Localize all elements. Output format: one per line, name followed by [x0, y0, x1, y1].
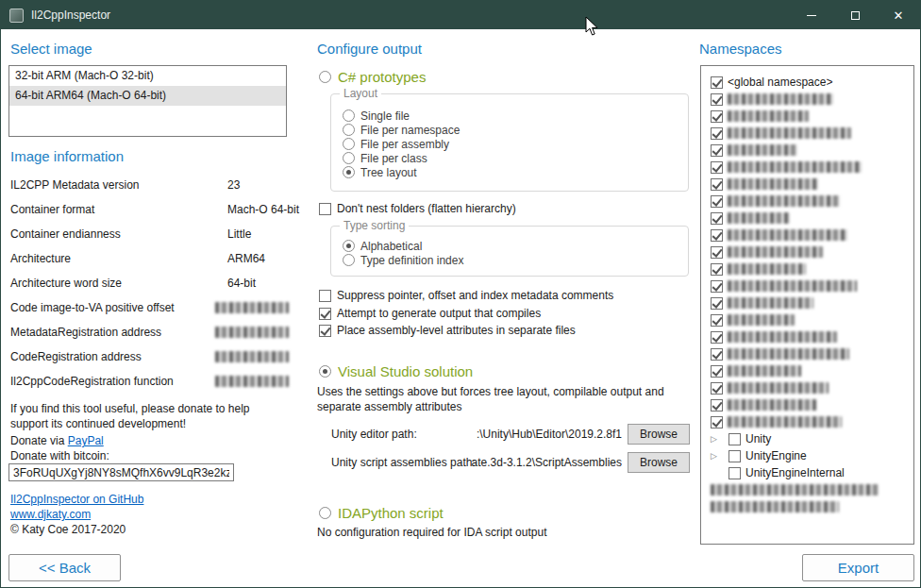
- namespace-item-redacted[interactable]: [701, 498, 913, 515]
- radio-option[interactable]: Tree layout: [343, 165, 460, 179]
- radio-option[interactable]: File per class: [343, 151, 460, 165]
- namespace-item-redacted[interactable]: [701, 362, 913, 379]
- namespace-checkbox[interactable]: [711, 416, 723, 428]
- type-sorting-options: AlphabeticalType definition index: [343, 239, 463, 267]
- namespace-item[interactable]: ▷UnityEngine: [701, 447, 913, 464]
- image-list-item[interactable]: 64-bit ARM64 (Mach-O 64-bit): [9, 86, 286, 106]
- info-row: Code image-to-VA positive offset: [10, 299, 288, 324]
- namespace-checkbox[interactable]: [711, 161, 723, 174]
- radio-option[interactable]: Type definition index: [343, 253, 463, 267]
- compile-checkbox[interactable]: Attempt to generate output that compiles: [319, 307, 541, 320]
- namespace-item-redacted[interactable]: [701, 413, 913, 430]
- radio-option[interactable]: Single file: [343, 109, 460, 123]
- namespace-checkbox[interactable]: [711, 229, 723, 242]
- redacted-text: [728, 399, 816, 411]
- maximize-button[interactable]: [833, 1, 877, 29]
- namespace-item[interactable]: UnityEngineInternal: [701, 464, 913, 481]
- namespace-item-redacted[interactable]: [701, 277, 913, 294]
- unity-editor-browse-button[interactable]: Browse: [628, 424, 690, 445]
- checkbox-icon: [319, 308, 331, 320]
- type-sorting-group-title: Type sorting: [340, 219, 409, 232]
- donate-via-text: Donate via: [10, 434, 68, 447]
- namespace-item-redacted[interactable]: [701, 193, 913, 210]
- namespace-item-redacted[interactable]: [701, 379, 913, 396]
- namespaces-panel[interactable]: <global namespace>▷Unity▷UnityEngineUnit…: [700, 65, 914, 545]
- window-controls: ✕: [790, 1, 920, 29]
- image-list-item[interactable]: 32-bit ARM (Mach-O 32-bit): [9, 66, 286, 86]
- expander-icon[interactable]: ▷: [711, 435, 717, 444]
- minimize-button[interactable]: [790, 1, 833, 29]
- suppress-checkbox[interactable]: Suppress pointer, offset and index metad…: [319, 289, 613, 302]
- visual-studio-option[interactable]: Visual Studio solution: [319, 363, 473, 379]
- close-button[interactable]: ✕: [877, 1, 920, 29]
- radio-option[interactable]: Alphabetical: [343, 239, 463, 253]
- namespace-checkbox[interactable]: [711, 382, 723, 395]
- namespace-checkbox[interactable]: [711, 399, 723, 412]
- image-listbox[interactable]: 32-bit ARM (Mach-O 32-bit)64-bit ARM64 (…: [8, 65, 287, 137]
- namespace-item-redacted[interactable]: [701, 125, 913, 142]
- namespace-checkbox[interactable]: [711, 297, 723, 310]
- namespace-checkbox[interactable]: [711, 280, 723, 293]
- namespace-item-redacted[interactable]: [701, 159, 913, 176]
- namespace-checkbox[interactable]: [711, 314, 723, 327]
- namespace-checkbox[interactable]: [728, 450, 741, 462]
- namespace-checkbox[interactable]: [728, 433, 741, 445]
- info-value-redacted: [215, 302, 289, 313]
- info-value-redacted: [215, 376, 289, 387]
- radio-icon: [343, 152, 355, 164]
- namespace-item-redacted[interactable]: [701, 294, 913, 311]
- namespace-checkbox[interactable]: [711, 212, 723, 225]
- github-link[interactable]: Il2CppInspector on GitHub: [10, 493, 143, 506]
- namespace-checkbox[interactable]: [711, 144, 723, 157]
- namespace-checkbox[interactable]: [711, 195, 723, 208]
- namespace-checkbox[interactable]: [728, 467, 741, 479]
- namespace-item-redacted[interactable]: [701, 108, 913, 125]
- namespace-item-redacted[interactable]: [701, 244, 913, 260]
- namespace-checkbox[interactable]: [711, 76, 723, 89]
- namespace-item-redacted[interactable]: [701, 91, 913, 108]
- namespace-item[interactable]: ▷Unity: [701, 430, 913, 447]
- namespace-item-redacted[interactable]: [701, 396, 913, 413]
- namespace-item-redacted[interactable]: [701, 311, 913, 328]
- redacted-text: [728, 280, 857, 292]
- namespace-item[interactable]: <global namespace>: [701, 74, 913, 91]
- namespace-item-redacted[interactable]: [701, 260, 913, 277]
- namespace-checkbox[interactable]: [711, 365, 723, 378]
- donate-via-line: Donate via PayPal: [10, 434, 104, 447]
- namespace-checkbox[interactable]: [711, 178, 723, 191]
- export-button[interactable]: Export: [802, 554, 914, 581]
- bitcoin-address-input[interactable]: [8, 463, 234, 481]
- namespace-item-redacted[interactable]: [701, 481, 913, 498]
- csharp-prototypes-option[interactable]: C# prototypes: [319, 69, 426, 85]
- unity-script-browse-button[interactable]: Browse: [628, 452, 690, 473]
- namespace-checkbox[interactable]: [711, 263, 723, 276]
- namespace-item-redacted[interactable]: [701, 142, 913, 159]
- flatten-checkbox[interactable]: Don't nest folders (flatten hierarchy): [319, 202, 516, 215]
- attributes-checkbox-label: Place assembly-level attributes in separ…: [337, 324, 576, 337]
- namespace-item-redacted[interactable]: [701, 210, 913, 227]
- namespace-item-redacted[interactable]: [701, 176, 913, 193]
- back-button[interactable]: << Back: [8, 554, 121, 581]
- website-link[interactable]: www.djkaty.com: [10, 508, 91, 521]
- flatten-checkbox-label: Don't nest folders (flatten hierarchy): [337, 202, 516, 215]
- namespace-checkbox[interactable]: [711, 110, 723, 123]
- window-title: Il2CppInspector: [31, 8, 110, 22]
- namespace-checkbox[interactable]: [711, 127, 723, 140]
- attributes-checkbox[interactable]: Place assembly-level attributes in separ…: [319, 324, 576, 337]
- radio-option[interactable]: File per assembly: [343, 137, 460, 151]
- namespace-checkbox[interactable]: [711, 246, 723, 259]
- redacted-text: [728, 331, 837, 343]
- idapython-option[interactable]: IDAPython script: [319, 505, 444, 521]
- namespace-checkbox[interactable]: [711, 348, 723, 361]
- radio-option[interactable]: File per namespace: [343, 123, 460, 137]
- paypal-link[interactable]: PayPal: [68, 434, 104, 447]
- namespace-item-redacted[interactable]: [701, 328, 913, 345]
- radio-icon: [343, 240, 355, 252]
- expander-icon[interactable]: ▷: [711, 452, 717, 461]
- info-row: Container endiannessLittle: [10, 226, 288, 250]
- namespace-checkbox[interactable]: [711, 331, 723, 344]
- namespace-item-redacted[interactable]: [701, 345, 913, 362]
- layout-group-title: Layout: [340, 87, 381, 100]
- namespace-checkbox[interactable]: [711, 93, 723, 106]
- namespace-item-redacted[interactable]: [701, 227, 913, 244]
